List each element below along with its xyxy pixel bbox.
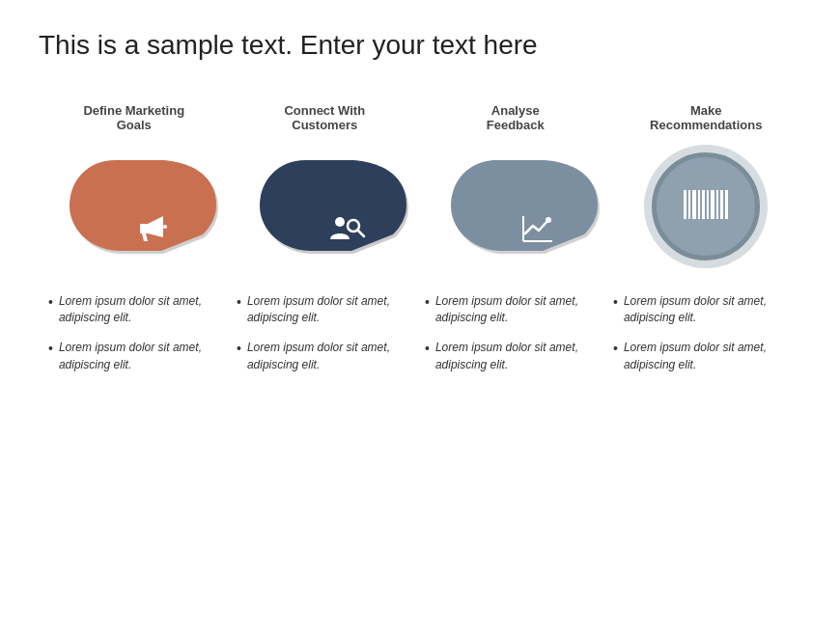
bullet-dot: • [425, 293, 430, 327]
step-4-wrapper: MakeRecommendations [611, 100, 802, 264]
step-4-circle [652, 152, 760, 260]
step-2-teardrop [252, 153, 397, 260]
bullet-col-4-item-2: • Lorem ipsum dolor sit amet, adipiscing… [613, 340, 792, 373]
step-2-shape [242, 149, 406, 264]
bullet-dot: • [237, 293, 241, 327]
step-3-label: AnalyseFeedback [487, 100, 545, 135]
step-3-wrapper: AnalyseFeedback [420, 100, 611, 264]
svg-line-6 [358, 231, 364, 236]
svg-rect-11 [684, 190, 686, 219]
bullet-text: Lorem ipsum dolor sit amet, adipiscing e… [435, 293, 603, 327]
bullet-dot: • [48, 293, 53, 327]
bullet-text: Lorem ipsum dolor sit amet, adipiscing e… [247, 293, 415, 327]
step-1-label: Define MarketingGoals [83, 100, 184, 135]
flow-section: Define MarketingGoals [39, 100, 801, 264]
slide: This is a sample text. Enter your text h… [0, 0, 840, 630]
step-1-wrapper: Define MarketingGoals [39, 100, 230, 264]
bullet-section: • Lorem ipsum dolor sit amet, adipiscing… [39, 293, 801, 388]
svg-rect-16 [707, 190, 709, 219]
step-3-shape [434, 149, 598, 264]
step-2-label: Connect WithCustomers [284, 100, 365, 135]
step-2-wrapper: Connect WithCustomers [230, 100, 421, 264]
step-1-teardrop [62, 153, 207, 260]
step-4-shape [624, 149, 788, 264]
bullet-text: Lorem ipsum dolor sit amet, adipiscing e… [59, 340, 227, 373]
bullet-col-1: • Lorem ipsum dolor sit amet, adipiscing… [48, 293, 227, 388]
svg-rect-18 [716, 190, 718, 219]
bullet-dot: • [237, 340, 241, 373]
bullet-col-4: • Lorem ipsum dolor sit amet, adipiscing… [613, 293, 792, 388]
bullet-col-2-item-1: • Lorem ipsum dolor sit amet, adipiscing… [237, 293, 415, 327]
step-3-teardrop [443, 153, 588, 260]
svg-rect-15 [702, 190, 705, 219]
slide-title: This is a sample text. Enter your text h… [39, 29, 801, 62]
bullet-dot: • [425, 340, 430, 373]
bullet-col-4-item-1: • Lorem ipsum dolor sit amet, adipiscing… [613, 293, 792, 327]
bullet-col-3: • Lorem ipsum dolor sit amet, adipiscing… [425, 293, 603, 388]
svg-point-10 [546, 217, 551, 223]
bullet-text: Lorem ipsum dolor sit amet, adipiscing e… [435, 340, 603, 373]
bullet-text: Lorem ipsum dolor sit amet, adipiscing e… [624, 293, 792, 327]
svg-rect-12 [688, 190, 690, 219]
step-1-shape [52, 149, 216, 264]
step-4-icon [682, 186, 730, 227]
svg-rect-13 [692, 190, 696, 219]
bullet-col-3-item-2: • Lorem ipsum dolor sit amet, adipiscing… [425, 340, 603, 373]
bullet-text: Lorem ipsum dolor sit amet, adipiscing e… [247, 340, 415, 373]
bullet-col-2: • Lorem ipsum dolor sit amet, adipiscing… [237, 293, 415, 388]
svg-rect-19 [720, 190, 723, 219]
bullet-dot: • [613, 293, 618, 327]
svg-rect-20 [725, 190, 728, 219]
svg-rect-14 [698, 190, 700, 219]
svg-rect-1 [140, 224, 148, 233]
bullet-col-2-item-2: • Lorem ipsum dolor sit amet, adipiscing… [237, 340, 415, 373]
bullet-col-1-item-2: • Lorem ipsum dolor sit amet, adipiscing… [48, 340, 227, 373]
bullet-text: Lorem ipsum dolor sit amet, adipiscing e… [624, 340, 792, 373]
bullet-text: Lorem ipsum dolor sit amet, adipiscing e… [59, 293, 227, 327]
svg-point-2 [163, 225, 167, 229]
bullet-dot: • [613, 340, 618, 373]
bullet-col-3-item-1: • Lorem ipsum dolor sit amet, adipiscing… [425, 293, 603, 327]
svg-point-4 [335, 217, 345, 227]
bullet-dot: • [48, 340, 53, 373]
bullet-col-1-item-1: • Lorem ipsum dolor sit amet, adipiscing… [48, 293, 227, 327]
step-4-label: MakeRecommendations [650, 100, 762, 135]
svg-rect-17 [711, 190, 714, 219]
